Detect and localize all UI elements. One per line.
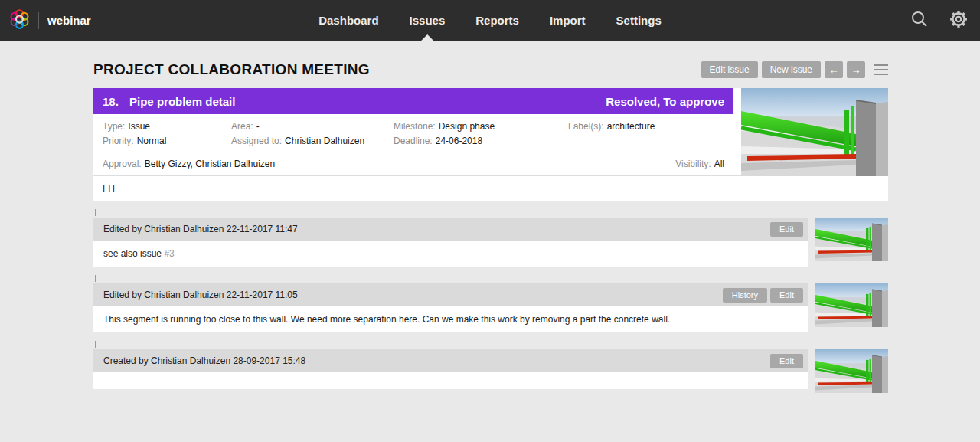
field-label: Type: (103, 121, 125, 132)
field-label: Area: (231, 121, 253, 132)
comment-item: Created by Christian Dalhuizen 28-09-201… (93, 349, 888, 389)
comment-edit-button[interactable]: Edit (770, 222, 803, 237)
nav-item-label: Import (550, 14, 586, 27)
field-value-assigned: Christian Dalhuizen (285, 136, 364, 146)
field-value-type: Issue (128, 121, 150, 132)
top-navbar: webinar Dashboard Issues Reports Import … (0, 0, 980, 41)
comment-meta: Edited by Christian Dalhuizen 22-11-2017… (103, 290, 298, 300)
field-value-milestone: Design phase (439, 121, 495, 132)
brand[interactable]: webinar (0, 8, 91, 32)
page-title: PROJECT COLLABORATION MEETING (93, 61, 370, 78)
active-tab-caret (421, 34, 433, 41)
comment-edit-button[interactable]: Edit (770, 354, 803, 368)
comment-text: This segment is running too close to thi… (103, 314, 670, 325)
main-nav: Dashboard Issues Reports Import Settings (318, 0, 662, 41)
next-issue-button[interactable]: → (847, 61, 865, 78)
issue-detail-card: 18. Pipe problem detail Resolved, To app… (93, 88, 888, 201)
brand-name: webinar (47, 14, 91, 27)
gear-icon[interactable] (949, 10, 968, 31)
comment-body: This segment is running too close to thi… (93, 306, 808, 332)
issue-header: 18. Pipe problem detail Resolved, To app… (93, 88, 733, 114)
nav-item-issues[interactable]: Issues (410, 0, 446, 41)
new-issue-button[interactable]: New issue (762, 61, 821, 78)
comment-header: Created by Christian Dalhuizen 28-09-201… (93, 349, 808, 372)
comment-history-button[interactable]: History (723, 288, 767, 303)
comment-item: Edited by Christian Dalhuizen 22-11-2017… (93, 283, 888, 332)
issue-description: FH (93, 175, 888, 201)
nav-item-reports[interactable]: Reports (475, 0, 519, 41)
comment-meta: Created by Christian Dalhuizen 28-09-201… (103, 355, 305, 366)
nav-right-separator (939, 12, 939, 29)
issue-status-badge: Resolved, To approve (606, 95, 724, 108)
field-label: Visibility: (675, 159, 710, 169)
page-content: PROJECT COLLABORATION MEETING Edit issue… (93, 61, 888, 389)
field-label: Milestone: (394, 121, 436, 132)
field-label: Approval: (103, 159, 142, 169)
issue-title: Pipe problem detail (129, 95, 235, 108)
field-value-area: - (256, 121, 260, 132)
comment-connector (95, 209, 96, 216)
brand-separator (38, 12, 39, 29)
navbar-right (910, 10, 980, 31)
field-label: Assigned to: (231, 136, 282, 146)
comment-viewpoint-thumbnail[interactable] (815, 283, 888, 327)
field-value-labels: architecture (607, 121, 655, 132)
nav-item-label: Reports (475, 14, 519, 27)
nav-item-label: Settings (616, 14, 662, 27)
comment-item: Edited by Christian Dalhuizen 22-11-2017… (93, 218, 888, 267)
field-value-priority: Normal (137, 136, 167, 146)
issue-reference-link[interactable]: #3 (164, 248, 174, 259)
issue-number: 18. (103, 95, 119, 108)
nav-item-settings[interactable]: Settings (616, 0, 662, 41)
comment-viewpoint-thumbnail[interactable] (815, 349, 888, 393)
search-icon[interactable] (910, 10, 929, 31)
prev-issue-button[interactable]: ← (825, 61, 843, 78)
field-value-deadline: 24-06-2018 (436, 136, 482, 146)
comment-connector (95, 275, 96, 282)
field-label: Deadline: (394, 136, 433, 146)
comment-text: see also issue (103, 248, 164, 259)
nav-item-dashboard[interactable]: Dashboard (318, 0, 378, 41)
comment-viewpoint-thumbnail[interactable] (815, 218, 888, 261)
issue-toolbar: Edit issue New issue ← → (701, 61, 888, 78)
comment-connector (95, 341, 96, 348)
edit-issue-button[interactable]: Edit issue (701, 61, 758, 78)
nav-item-label: Dashboard (318, 14, 378, 27)
field-value-approval: Betty Gizzy, Christian Dalhuizen (145, 159, 276, 169)
nav-item-label: Issues (410, 14, 446, 27)
comment-header: Edited by Christian Dalhuizen 22-11-2017… (93, 218, 808, 241)
list-menu-icon[interactable] (874, 64, 888, 75)
issue-viewpoint-thumbnail[interactable] (741, 88, 888, 176)
comment-header: Edited by Christian Dalhuizen 22-11-2017… (93, 283, 808, 306)
approval-row: Approval:Betty Gizzy, Christian Dalhuize… (93, 152, 733, 175)
field-label: Label(s): (568, 121, 604, 132)
app-logo-icon (9, 8, 30, 32)
comment-body: see also issue #3 (93, 241, 808, 267)
comment-meta: Edited by Christian Dalhuizen 22-11-2017… (103, 224, 298, 234)
comment-edit-button[interactable]: Edit (770, 288, 803, 303)
field-label: Priority: (103, 136, 134, 146)
field-value-visibility: All (714, 159, 724, 169)
comment-body (93, 372, 808, 389)
nav-item-import[interactable]: Import (550, 0, 586, 41)
issue-fields: Type:Issue Area:- Milestone:Design phase… (93, 114, 733, 152)
